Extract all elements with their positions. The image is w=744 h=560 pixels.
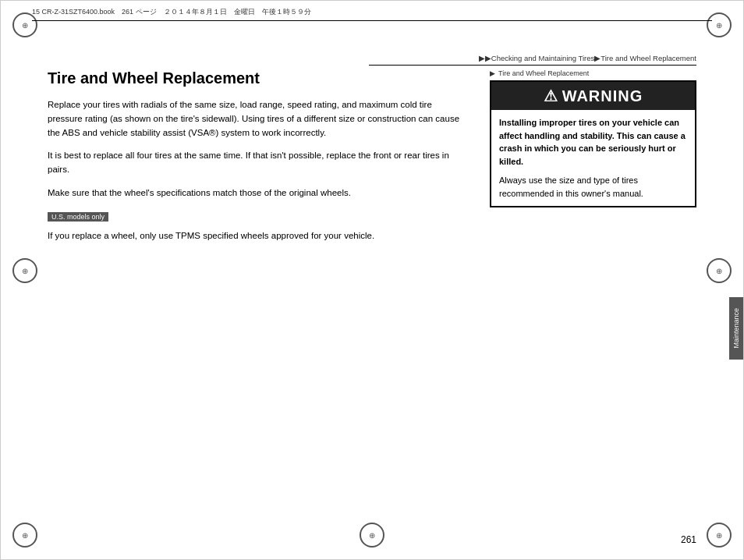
us-models-badge: U.S. models only: [48, 212, 108, 222]
corner-circle-br: ⊕: [707, 523, 732, 548]
warning-body: Installing improper tires on your vehicl…: [491, 110, 695, 206]
paragraph-2: It is best to replace all four tires at …: [48, 149, 466, 177]
corner-circle-bl: ⊕: [12, 523, 37, 548]
corner-circle-ml: ⊕: [12, 258, 37, 283]
warning-text-1: Installing improper tires on your vehicl…: [499, 118, 686, 166]
right-label-arrow: ▶: [490, 69, 495, 77]
side-tab-maintenance: Maintenance: [729, 297, 743, 360]
paragraph-1: Replace your tires with radials of the s…: [48, 98, 466, 140]
warning-box: ⚠ WARNING Installing improper tires on y…: [490, 80, 696, 207]
warning-paragraph-1: Installing improper tires on your vehicl…: [499, 116, 687, 168]
paragraph-3: Make sure that the wheel's specification…: [48, 186, 466, 200]
warning-paragraph-2: Always use the size and type of tires re…: [499, 174, 687, 200]
top-metadata-bar: 15 CR-Z-31SZT6400.book 261 ページ ２０１４年８月１日…: [32, 7, 712, 21]
page-title: Tire and Wheel Replacement: [48, 69, 466, 87]
paragraph-4: If you replace a wheel, only use TPMS sp…: [48, 229, 466, 243]
warning-header: ⚠ WARNING: [491, 82, 695, 110]
page-number: 261: [681, 534, 696, 545]
warning-text-2: Always use the size and type of tires re…: [499, 175, 643, 198]
warning-title: WARNING: [562, 87, 643, 105]
warning-triangle-icon: ⚠: [544, 87, 558, 105]
page-container: ⊕ ⊕ ⊕ ⊕ ⊕ ⊕ ⊕ 15 CR-Z-31SZT6400.book 261…: [0, 0, 744, 560]
right-column-label: ▶ Tire and Wheel Replacement: [490, 69, 696, 77]
right-column: ▶ Tire and Wheel Replacement ⚠ WARNING I…: [490, 69, 696, 520]
side-tab-label: Maintenance: [732, 308, 740, 349]
content-area: Tire and Wheel Replacement Replace your …: [48, 69, 696, 520]
right-label-text: Tire and Wheel Replacement: [498, 69, 589, 77]
breadcrumb-text: ▶▶Checking and Maintaining Tires▶Tire an…: [479, 54, 696, 62]
corner-circle-mr: ⊕: [707, 258, 732, 283]
left-column: Tire and Wheel Replacement Replace your …: [48, 69, 474, 520]
breadcrumb: ▶▶Checking and Maintaining Tires▶Tire an…: [369, 54, 696, 66]
corner-circle-bm: ⊕: [360, 523, 384, 548]
metadata-text: 15 CR-Z-31SZT6400.book 261 ページ ２０１４年８月１日…: [32, 7, 311, 17]
